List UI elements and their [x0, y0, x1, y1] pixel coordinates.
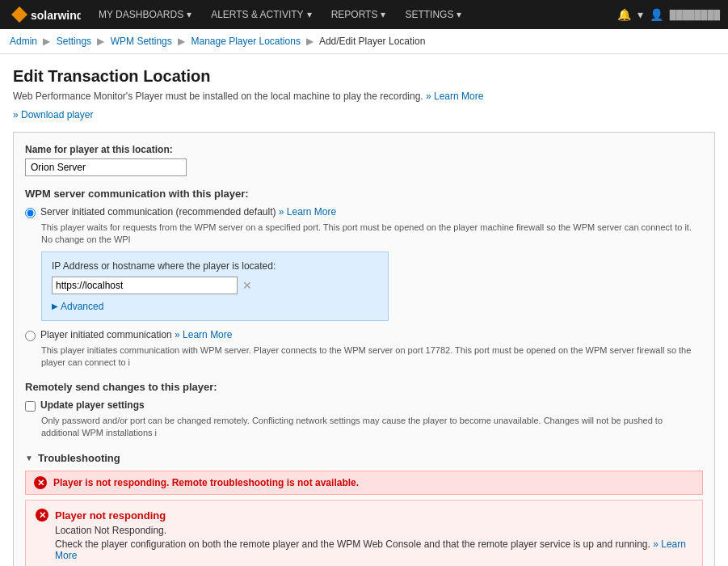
ip-box: IP Address or hostname where the player …: [41, 251, 389, 321]
error-icon-2: ✕: [36, 509, 48, 522]
nav-settings[interactable]: SETTINGS: [395, 0, 471, 29]
bell-icon[interactable]: 🔔: [617, 8, 631, 21]
download-player-link[interactable]: Download player: [13, 109, 93, 120]
nav-my-dashboards[interactable]: MY DASHBOARDS: [89, 0, 201, 29]
troubleshooting-label: Troubleshooting: [38, 452, 120, 464]
player-initiated-label: Player initiated communication » Learn M…: [40, 329, 232, 340]
main-content: Edit Transaction Location Web Performanc…: [0, 54, 728, 566]
error-bar: ✕ Player is not responding. Remote troub…: [25, 471, 703, 495]
error-icon-1: ✕: [34, 476, 47, 489]
error-box-desc: Check the player configuration on both t…: [55, 539, 692, 561]
breadcrumb: Admin ▶ Settings ▶ WPM Settings ▶ Manage…: [0, 29, 728, 54]
remotely-send-label: Remotely send changes to this player:: [25, 381, 703, 393]
svg-marker-1: [11, 6, 27, 23]
form-section: Name for player at this location: WPM se…: [13, 132, 715, 566]
server-initiated-desc: This player waits for requests from the …: [41, 222, 703, 247]
breadcrumb-wpm-settings[interactable]: WPM Settings: [111, 36, 172, 47]
player-initiated-desc: This player initiates communication with…: [41, 344, 703, 370]
user-name: ████████: [670, 10, 720, 19]
player-initiated-radio[interactable]: [25, 331, 36, 341]
communication-section-label: WPM server communication with this playe…: [25, 188, 703, 200]
checkbox-section: Remotely send changes to this player: Up…: [25, 381, 703, 440]
breadcrumb-sep-2: ▶: [97, 36, 104, 47]
error-box-sub: Location Not Responding.: [55, 525, 692, 536]
breadcrumb-admin[interactable]: Admin: [10, 36, 37, 47]
server-initiated-learn-more[interactable]: » Learn More: [279, 206, 336, 218]
learn-more-link[interactable]: » Learn More: [426, 91, 483, 102]
breadcrumb-sep-3: ▶: [178, 36, 185, 47]
server-initiated-radio[interactable]: [25, 208, 36, 218]
error-bar-text: Player is not responding. Remote trouble…: [53, 477, 359, 488]
ip-input[interactable]: [52, 277, 238, 294]
page-subtitle: Web Performance Monitor's Player must be…: [13, 91, 715, 102]
name-input[interactable]: [25, 158, 187, 176]
dropdown-icon[interactable]: ▾: [638, 8, 643, 21]
server-initiated-label: Server initiated communication (recommen…: [40, 206, 336, 218]
nav-icons: 🔔 ▾ 👤 ████████: [617, 8, 720, 21]
update-settings-label: Update player settings: [40, 399, 145, 411]
page-title: Edit Transaction Location: [13, 67, 715, 86]
breadcrumb-sep-1: ▶: [43, 36, 50, 47]
collapse-icon: ▼: [25, 454, 33, 463]
top-navigation: solarwinds MY DASHBOARDS ALERTS & ACTIVI…: [0, 0, 728, 29]
name-label: Name for player at this location:: [25, 144, 703, 155]
error-box-title: Player not responding: [55, 509, 166, 522]
ip-clear-button[interactable]: ✕: [242, 279, 252, 292]
user-icon[interactable]: 👤: [650, 8, 663, 21]
nav-reports[interactable]: REPORTS: [322, 0, 396, 29]
nav-alerts-activity[interactable]: ALERTS & ACTIVITY: [201, 0, 321, 29]
player-initiated-learn-more[interactable]: » Learn More: [175, 329, 232, 340]
logo[interactable]: solarwinds: [8, 3, 81, 26]
breadcrumb-settings[interactable]: Settings: [57, 36, 91, 47]
breadcrumb-current: Add/Edit Player Location: [319, 36, 425, 47]
troubleshooting-header[interactable]: ▼ Troubleshooting: [25, 452, 703, 464]
advanced-link[interactable]: Advanced: [52, 301, 378, 312]
breadcrumb-manage-players[interactable]: Manage Player Locations: [191, 36, 300, 47]
error-box: ✕ Player not responding Location Not Res…: [25, 500, 703, 566]
player-initiated-group: Player initiated communication » Learn M…: [25, 329, 703, 370]
update-settings-checkbox[interactable]: [25, 401, 36, 412]
server-initiated-group: Server initiated communication (recommen…: [25, 206, 703, 321]
svg-text:solarwinds: solarwinds: [31, 9, 81, 22]
update-settings-desc: Only password and/or port can be changed…: [41, 415, 703, 440]
ip-label: IP Address or hostname where the player …: [52, 260, 378, 272]
breadcrumb-sep-4: ▶: [306, 36, 314, 47]
troubleshooting-section: ▼ Troubleshooting ✕ Player is not respon…: [25, 452, 703, 566]
